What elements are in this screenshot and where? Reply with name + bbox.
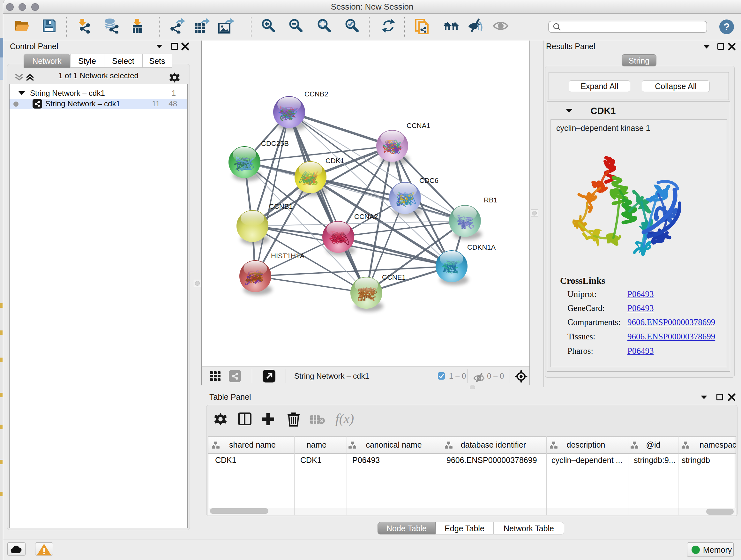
svg-text:CDK1: CDK1 xyxy=(326,157,344,165)
svg-text:CCNB1: CCNB1 xyxy=(269,202,293,210)
svg-text:CCNA2: CCNA2 xyxy=(354,212,378,221)
svg-text:CCNE1: CCNE1 xyxy=(382,273,406,281)
svg-text:HIST1H1A: HIST1H1A xyxy=(271,252,305,260)
svg-text:RB1: RB1 xyxy=(484,196,497,204)
svg-text:CDKN1A: CDKN1A xyxy=(467,243,496,251)
svg-text:CDC6: CDC6 xyxy=(419,177,439,185)
svg-text:CCNB2: CCNB2 xyxy=(305,90,328,98)
svg-text:CDC25B: CDC25B xyxy=(261,139,289,147)
svg-text:CCNA1: CCNA1 xyxy=(407,122,430,130)
